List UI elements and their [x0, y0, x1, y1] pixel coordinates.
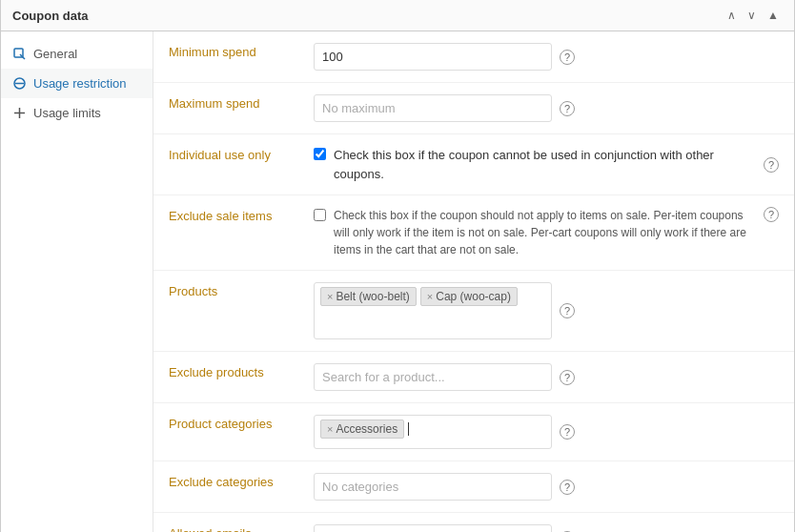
- panel-body: General Usage restriction: [1, 31, 794, 532]
- individual-use-checkbox-row: Check this box if the coupon cannot be u…: [314, 146, 756, 183]
- exclude-products-help[interactable]: ?: [560, 370, 575, 385]
- allowed-emails-field: ?: [306, 513, 794, 533]
- individual-use-description: Check this box if the coupon cannot be u…: [334, 146, 756, 183]
- products-field: × Belt (woo-belt) × Cap (woo-cap) ?: [306, 271, 794, 352]
- sidebar-item-usage-limits[interactable]: Usage limits: [1, 98, 153, 128]
- product-categories-help[interactable]: ?: [560, 424, 575, 440]
- form-table: Minimum spend ? Maximum spend ?: [153, 31, 794, 532]
- sidebar-item-general[interactable]: General: [1, 39, 153, 69]
- panel-header: Coupon data ∧ ∨ ▲: [1, 0, 794, 31]
- sidebar-item-usage-limits-label: Usage limits: [33, 106, 101, 120]
- coupon-panel: Coupon data ∧ ∨ ▲ General: [0, 0, 795, 532]
- products-label: Products: [153, 271, 306, 352]
- exclude-products-field-row: ?: [314, 363, 779, 391]
- exclude-categories-input[interactable]: [314, 473, 552, 501]
- minimum-spend-input[interactable]: [314, 43, 552, 71]
- tag-icon: [12, 48, 26, 61]
- sidebar-item-usage-restriction-label: Usage restriction: [33, 76, 127, 91]
- exclude-categories-field-row: ?: [314, 473, 779, 501]
- block-icon: [12, 77, 26, 91]
- product-categories-row: Product categories × Accessories ?: [153, 403, 794, 461]
- exclude-categories-field: ?: [306, 461, 794, 513]
- category-tag-accessories[interactable]: × Accessories: [320, 419, 404, 439]
- sidebar-item-usage-restriction[interactable]: Usage restriction: [1, 69, 153, 98]
- minimum-spend-label: Minimum spend: [153, 31, 306, 83]
- product-tag-belt[interactable]: × Belt (woo-belt): [320, 287, 417, 306]
- category-tag-accessories-label: Accessories: [336, 422, 398, 436]
- exclude-products-label: Exclude products: [153, 352, 306, 403]
- maximum-spend-label: Maximum spend: [153, 83, 306, 134]
- allowed-emails-label: Allowed emails: [153, 513, 306, 533]
- products-help[interactable]: ?: [560, 303, 575, 318]
- content-area: Minimum spend ? Maximum spend ?: [153, 31, 794, 532]
- exclude-categories-label: Exclude categories: [153, 461, 306, 513]
- exclude-categories-row: Exclude categories ?: [153, 461, 794, 513]
- allowed-emails-row: Allowed emails ?: [153, 513, 794, 533]
- text-cursor: [408, 422, 409, 436]
- allowed-emails-field-row: ?: [314, 524, 779, 532]
- product-categories-field-row: × Accessories ?: [314, 415, 779, 449]
- products-tag-input[interactable]: × Belt (woo-belt) × Cap (woo-cap): [314, 282, 552, 339]
- minimum-spend-field-row: ?: [314, 43, 779, 71]
- product-tag-belt-label: Belt (woo-belt): [336, 290, 409, 303]
- collapse-up-button[interactable]: ∧: [724, 8, 740, 23]
- exclude-sale-description: Check this box if the coupon should not …: [334, 207, 756, 258]
- exclude-categories-help[interactable]: ?: [560, 480, 575, 495]
- minimum-spend-help[interactable]: ?: [560, 50, 575, 65]
- individual-use-row: Individual use only Check this box if th…: [153, 134, 794, 195]
- individual-use-field-row: Check this box if the coupon cannot be u…: [314, 146, 779, 183]
- sidebar-item-general-label: General: [33, 47, 77, 61]
- maximum-spend-field-row: ?: [314, 94, 779, 122]
- product-categories-field: × Accessories ?: [306, 403, 794, 461]
- exclude-products-row: Exclude products ?: [153, 352, 794, 403]
- exclude-products-field: ?: [306, 352, 794, 403]
- products-row: Products × Belt (woo-belt) × Cap (woo-: [153, 271, 794, 352]
- products-field-row: × Belt (woo-belt) × Cap (woo-cap) ?: [314, 282, 779, 339]
- minimum-spend-field: ?: [306, 31, 794, 83]
- product-categories-tag-input[interactable]: × Accessories: [314, 415, 552, 449]
- category-tag-accessories-remove[interactable]: ×: [327, 423, 333, 435]
- product-tag-cap-remove[interactable]: ×: [427, 291, 433, 302]
- maximum-spend-help[interactable]: ?: [560, 101, 575, 116]
- sidebar: General Usage restriction: [1, 31, 153, 532]
- exclude-sale-label: Exclude sale items: [153, 195, 306, 271]
- exclude-sale-help[interactable]: ?: [764, 207, 779, 222]
- allowed-emails-input[interactable]: [314, 524, 552, 532]
- panel-controls: ∧ ∨ ▲: [724, 8, 783, 23]
- product-tag-cap-label: Cap (woo-cap): [436, 290, 511, 303]
- exclude-sale-field: Check this box if the coupon should not …: [306, 195, 794, 271]
- exclude-sale-checkbox[interactable]: [314, 209, 326, 221]
- maximum-spend-field: ?: [306, 83, 794, 134]
- panel-title: Coupon data: [12, 9, 88, 23]
- product-tag-belt-remove[interactable]: ×: [327, 291, 333, 302]
- maximum-spend-row: Maximum spend ?: [153, 83, 794, 134]
- minimum-spend-row: Minimum spend ?: [153, 31, 794, 83]
- collapse-button[interactable]: ▲: [764, 8, 783, 23]
- exclude-sale-checkbox-row: Check this box if the coupon should not …: [314, 207, 756, 258]
- individual-use-checkbox[interactable]: [314, 148, 326, 160]
- individual-use-label: Individual use only: [153, 134, 306, 195]
- maximum-spend-input[interactable]: [314, 94, 552, 122]
- plus-icon: [12, 107, 26, 120]
- individual-use-help[interactable]: ?: [764, 157, 779, 173]
- product-tag-cap[interactable]: × Cap (woo-cap): [420, 287, 518, 306]
- exclude-sale-row: Exclude sale items Check this box if the…: [153, 195, 794, 271]
- individual-use-field: Check this box if the coupon cannot be u…: [306, 134, 794, 195]
- collapse-down-button[interactable]: ∨: [744, 8, 760, 23]
- exclude-products-input[interactable]: [314, 363, 552, 391]
- product-categories-label: Product categories: [153, 403, 306, 461]
